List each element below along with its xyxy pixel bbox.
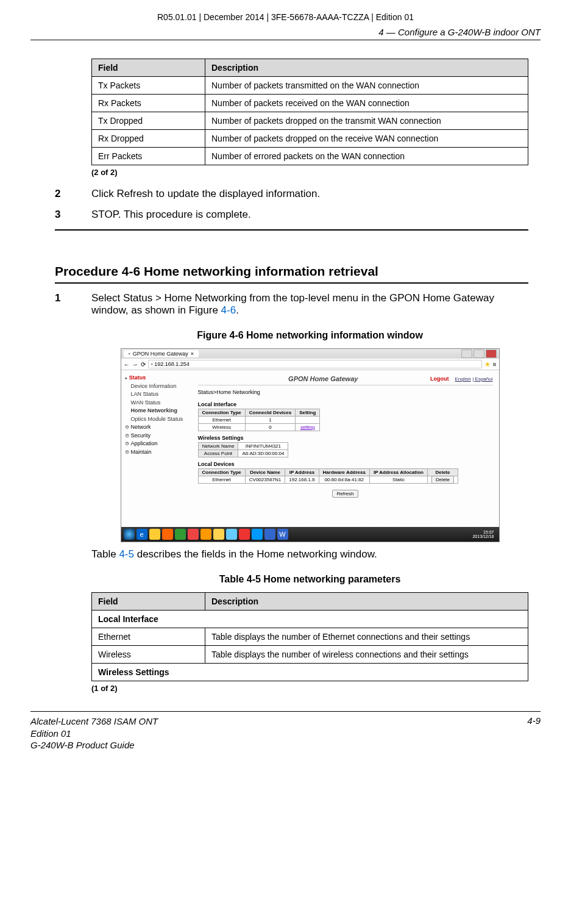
figure-link[interactable]: 4-6 xyxy=(221,304,236,316)
sidebar-item-optics[interactable]: Optics Module Status xyxy=(131,415,192,424)
table-page-note: (2 of 2) xyxy=(91,168,528,177)
browser-tab[interactable]: ▫ GPON Home Gateway × xyxy=(124,350,199,357)
page-number: 4-9 xyxy=(527,715,541,751)
explorer-icon[interactable] xyxy=(149,529,160,540)
col-description: Description xyxy=(205,593,528,611)
close-button[interactable] xyxy=(486,349,497,358)
word-icon[interactable]: W xyxy=(277,529,288,540)
table-row: Tx PacketsNumber of packets transmitted … xyxy=(92,77,528,95)
section-header: Local Interface xyxy=(92,611,528,628)
section-local-devices: Local Devices xyxy=(198,461,493,467)
section-local-interface: Local Interface xyxy=(198,401,493,407)
table-row: EthernetTable displays the number of Eth… xyxy=(92,628,528,646)
ie-icon[interactable]: e xyxy=(137,529,147,540)
step-number: 1 xyxy=(55,292,91,317)
address-bar[interactable]: ▫ 192.168.1.254 xyxy=(148,360,482,368)
sidebar-item-home-networking[interactable]: Home Networking xyxy=(131,407,192,415)
chapter-header: 4 — Configure a G-240W-B indoor ONT xyxy=(30,27,541,37)
back-icon[interactable]: ← xyxy=(124,361,130,368)
step-3: 3 STOP. This procedure is complete. xyxy=(55,209,528,221)
logout-link[interactable]: Logout xyxy=(430,376,449,382)
wan-fields-table: Field Description Tx PacketsNumber of pa… xyxy=(91,59,528,165)
chrome-icon[interactable] xyxy=(188,529,199,540)
breadcrumb: Status>Home Networking xyxy=(198,389,493,395)
page-icon: ▫ xyxy=(151,361,153,367)
footer-guide: G-240W-B Product Guide xyxy=(30,739,158,751)
figure-screenshot: ▫ GPON Home Gateway × ← → ⟳ ▫ 192.168.1.… xyxy=(121,348,500,542)
reload-icon[interactable]: ⟳ xyxy=(141,361,146,368)
table-page-note: (1 of 2) xyxy=(91,684,528,693)
app-icon[interactable] xyxy=(239,529,250,540)
app-icon[interactable] xyxy=(264,529,275,540)
app-icon[interactable] xyxy=(200,529,211,540)
footer-edition: Edition 01 xyxy=(30,728,158,740)
doc-info-header: R05.01.01 | December 2014 | 3FE-56678-AA… xyxy=(30,12,541,22)
page-footer: Alcatel-Lucent 7368 ISAM ONT Edition 01 … xyxy=(30,711,541,751)
col-field: Field xyxy=(92,593,205,611)
local-interface-table: Connection Type Connectd Devices Setting… xyxy=(198,409,321,431)
table-row: Rx PacketsNumber of packets received on … xyxy=(92,95,528,112)
sidebar-item-lan-status[interactable]: LAN Status xyxy=(131,390,192,399)
bookmark-icon[interactable]: ★ xyxy=(484,360,491,368)
table-caption: Table 4-5 Home networking parameters xyxy=(91,574,528,585)
firefox-icon[interactable] xyxy=(162,529,173,540)
sidebar-item-device-info[interactable]: Device Information xyxy=(131,382,192,391)
home-networking-params-table: Field Description Local Interface Ethern… xyxy=(91,592,528,681)
footer-title: Alcatel-Lucent 7368 ISAM ONT xyxy=(30,715,158,728)
sidebar-item-security[interactable]: Security xyxy=(125,432,192,440)
sidebar-item-maintain[interactable]: Maintain xyxy=(125,448,192,457)
table-row: Access Point A8:AD:3D:00:00:04 xyxy=(198,450,288,457)
table-row: Wireless 0 setting xyxy=(198,424,320,431)
table-link[interactable]: 4-5 xyxy=(119,548,134,560)
step-text: Click Refresh to update the displayed in… xyxy=(91,188,528,200)
table-row: Ethernet 1 xyxy=(198,417,320,424)
browser-titlebar: ▫ GPON Home Gateway × xyxy=(121,349,499,359)
start-button-icon[interactable] xyxy=(124,529,135,540)
taskbar-clock[interactable]: 15:07 2013/12/18 xyxy=(472,530,496,539)
table-row: Err PacketsNumber of errored packets on … xyxy=(92,148,528,165)
minimize-button[interactable] xyxy=(461,349,472,358)
sidebar-item-application[interactable]: Application xyxy=(125,440,192,448)
sidebar-item-network[interactable]: Network xyxy=(125,423,192,432)
sidebar-item-wan-status[interactable]: WAN Status xyxy=(131,399,192,407)
page-title: GPON Home Gateway xyxy=(288,375,358,382)
figure-caption: Figure 4-6 Home networking information w… xyxy=(91,330,528,341)
app-icon[interactable] xyxy=(175,529,186,540)
outlook-icon[interactable] xyxy=(213,529,224,540)
lang-espanol[interactable]: Español xyxy=(475,376,493,382)
maximize-button[interactable] xyxy=(473,349,484,358)
browser-toolbar: ← → ⟳ ▫ 192.168.1.254 ★ ≡ xyxy=(121,359,499,370)
sidebar-item-status[interactable]: Status xyxy=(125,374,192,382)
lang-english[interactable]: English xyxy=(455,376,471,382)
setting-link[interactable]: setting xyxy=(296,424,320,431)
taskbar: e W 15:07 2013/12/18 xyxy=(121,527,499,542)
table-row: Rx DroppedNumber of packets dropped on t… xyxy=(92,130,528,148)
delete-button[interactable]: Delete xyxy=(431,476,454,484)
forward-icon[interactable]: → xyxy=(132,361,138,368)
step-text: STOP. This procedure is complete. xyxy=(91,209,528,221)
step-2: 2 Click Refresh to update the displayed … xyxy=(55,188,528,200)
step-1: 1 Select Status > Home Networking from t… xyxy=(55,292,528,317)
main-panel: GPON Home Gateway Logout English | Españ… xyxy=(192,370,499,503)
refresh-button[interactable]: Refresh xyxy=(332,490,358,498)
procedure-title-rule xyxy=(55,282,528,284)
wireless-settings-table: Network Name INFINITUM4321 Access Point … xyxy=(198,442,289,457)
table-row: Tx DroppedNumber of packets dropped on t… xyxy=(92,112,528,130)
col-field: Field xyxy=(92,59,205,77)
step-text: Select Status > Home Networking from the… xyxy=(91,292,528,317)
procedure-title: Procedure 4-6 Home networking informatio… xyxy=(55,264,528,279)
header-rule xyxy=(30,40,541,40)
table-row: Network Name INFINITUM4321 xyxy=(198,443,288,450)
sidebar: Status Device Information LAN Status WAN… xyxy=(121,370,192,503)
table-row: Ethernet CV0023587N1 192.168.1.8 00:80:8… xyxy=(198,476,458,484)
tab-title: GPON Home Gateway xyxy=(133,351,188,357)
app-icon[interactable] xyxy=(252,529,263,540)
local-devices-table: Connection Type Device Name IP Address H… xyxy=(198,468,459,484)
procedure-end-rule xyxy=(55,229,528,231)
menu-icon[interactable]: ≡ xyxy=(493,361,497,368)
page-icon: ▫ xyxy=(129,351,130,357)
app-icon[interactable] xyxy=(226,529,237,540)
step-number: 3 xyxy=(55,209,91,221)
section-wireless-settings: Wireless Settings xyxy=(198,435,493,441)
tab-close-icon[interactable]: × xyxy=(191,351,194,357)
